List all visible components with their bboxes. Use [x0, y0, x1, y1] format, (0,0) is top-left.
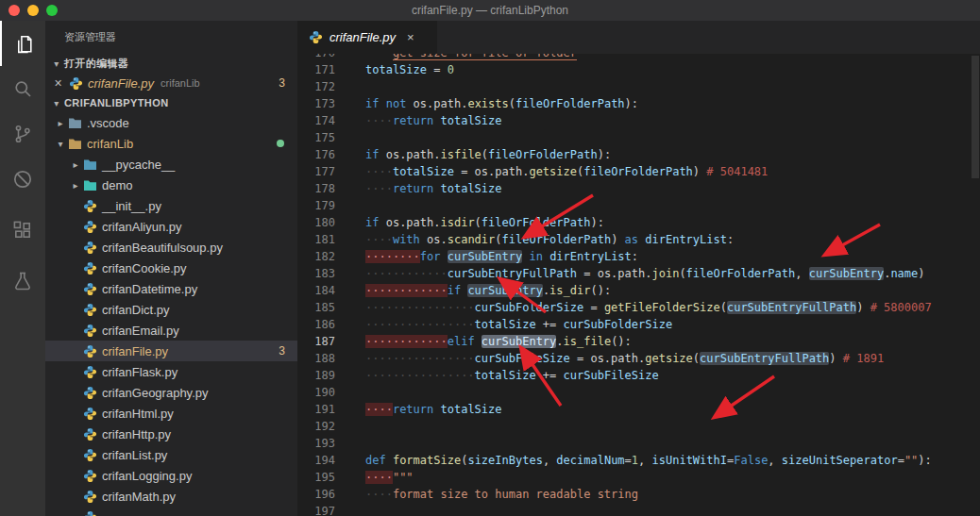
line-number-178[interactable]: 178 — [297, 180, 335, 197]
line-number-173[interactable]: 173 — [297, 95, 335, 112]
tab-crifanfile[interactable]: crifanFile.py × — [297, 21, 437, 54]
chevron-right-icon[interactable]: ▸ — [53, 118, 68, 128]
code-line-175[interactable] — [365, 129, 932, 146]
code-line-193[interactable] — [365, 435, 932, 452]
code-line-190[interactable] — [365, 384, 932, 401]
section-open-editors[interactable]: ▾ 打开的编辑器 — [45, 54, 297, 73]
code-line-194[interactable]: def formatSize(sizeInBytes, decimalNum=1… — [365, 452, 932, 469]
code-line-192[interactable] — [365, 418, 932, 435]
open-editor-item[interactable]: ✕ crifanFile.py crifanLib 3 — [45, 73, 297, 93]
code-editor[interactable]: 1701711721731741751761771781791801811821… — [297, 54, 980, 516]
code-line-182[interactable]: ········for curSubEntry in dirEntryList: — [365, 248, 932, 265]
code-line-189[interactable]: ················totalSize += curSubFileS… — [365, 367, 932, 384]
scrollbar-thumb[interactable] — [972, 56, 979, 178]
line-number-181[interactable]: 181 — [297, 231, 335, 248]
tree-item-__init__.py[interactable]: __init__.py — [45, 195, 297, 216]
tree-item-crifanLogging.py[interactable]: crifanLogging.py — [45, 465, 297, 486]
code-line-196[interactable]: ····format size to human readable string — [365, 486, 932, 503]
line-number-172[interactable]: 172 — [297, 78, 335, 95]
code-line-173[interactable]: if not os.path.exists(fileOrFolderPath): — [365, 95, 932, 112]
tree-item-crifanMath.py[interactable]: crifanMath.py — [45, 486, 297, 507]
tree-item-__pycache__[interactable]: ▸__pycache__ — [45, 154, 297, 175]
tree-item-crifanDict.py[interactable]: crifanDict.py — [45, 299, 297, 320]
chevron-down-icon[interactable]: ▾ — [49, 58, 64, 69]
tree-item-crifanDatetime.py[interactable]: crifanDatetime.py — [45, 278, 297, 299]
code-line-184[interactable]: ············if curSubEntry.is_dir(): — [365, 282, 932, 299]
code-line-177[interactable]: ····totalSize = os.path.getsize(fileOrFo… — [365, 163, 932, 180]
chevron-down-icon[interactable]: ▾ — [53, 139, 68, 149]
source-control-icon[interactable] — [0, 111, 45, 157]
line-number-177[interactable]: 177 — [297, 163, 335, 180]
code-line-180[interactable]: if os.path.isdir(fileOrFolderPath): — [365, 214, 932, 231]
tree-item-crifanHttp.py[interactable]: crifanHttp.py — [45, 424, 297, 444]
code-line-183[interactable]: ············curSubEntryFullPath = os.pat… — [365, 265, 932, 282]
tree-item-crifanFile.py[interactable]: crifanFile.py3 — [45, 341, 297, 361]
line-number-186[interactable]: 186 — [297, 316, 335, 333]
code-line-195[interactable]: ····""" — [365, 469, 932, 486]
line-number-188[interactable]: 188 — [297, 350, 335, 367]
line-number-187[interactable]: 187 — [297, 333, 335, 350]
line-number-194[interactable]: 194 — [297, 452, 335, 469]
circle-slash-icon[interactable] — [0, 157, 45, 202]
tree-item-crifanGeography.py[interactable]: crifanGeography.py — [45, 382, 297, 403]
line-number-176[interactable]: 176 — [297, 146, 335, 163]
line-number-191[interactable]: 191 — [297, 401, 335, 418]
line-number-192[interactable]: 192 — [297, 418, 335, 435]
code-line-174[interactable]: ····return totalSize — [365, 112, 932, 129]
tree-item-crifanFlask.py[interactable]: crifanFlask.py — [45, 361, 297, 382]
code-line-197[interactable] — [365, 503, 932, 516]
code-line-176[interactable]: if os.path.isfile(fileOrFolderPath): — [365, 146, 932, 163]
line-number-179[interactable]: 179 — [297, 197, 335, 214]
tree-item-demo[interactable]: ▸demo — [45, 175, 297, 195]
code-line-170[interactable]: ····get size for file or folder — [365, 54, 932, 61]
code-line-187[interactable]: ············elif curSubEntry.is_file(): — [365, 333, 932, 350]
line-number-170[interactable]: 170 — [297, 54, 335, 61]
line-number-195[interactable]: 195 — [297, 469, 335, 486]
code-line-191[interactable]: ····return totalSize — [365, 401, 932, 418]
tree-item-crifanAliyun.py[interactable]: crifanAliyun.py — [45, 216, 297, 237]
line-number-gutter[interactable]: 1701711721731741751761771781791801811821… — [297, 54, 335, 516]
line-number-185[interactable]: 185 — [297, 299, 335, 316]
chevron-right-icon[interactable]: ▸ — [68, 159, 83, 170]
tree-item-crifanList.py[interactable]: crifanList.py — [45, 444, 297, 465]
search-icon[interactable] — [0, 66, 45, 111]
code-line-172[interactable] — [365, 78, 932, 95]
tree-item-crifanCookie.py[interactable]: crifanCookie.py — [45, 258, 297, 278]
line-number-190[interactable]: 190 — [297, 384, 335, 401]
tree-item-crifanBeautifulsoup.py[interactable]: crifanBeautifulsoup.py — [45, 237, 297, 258]
test-beaker-icon[interactable] — [0, 258, 45, 304]
line-number-189[interactable]: 189 — [297, 367, 335, 384]
explorer-icon[interactable] — [0, 21, 45, 66]
section-workspace[interactable]: ▾ CRIFANLIBPYTHON — [45, 93, 297, 112]
minimize-window-button[interactable] — [27, 5, 39, 16]
line-number-180[interactable]: 180 — [297, 214, 335, 231]
code-line-185[interactable]: ················curSubFolderSize = getFi… — [365, 299, 932, 316]
code-line-171[interactable]: totalSize = 0 — [365, 61, 932, 78]
chevron-right-icon[interactable]: ▸ — [68, 180, 83, 191]
line-number-171[interactable]: 171 — [297, 61, 335, 78]
editor-scrollbar[interactable] — [971, 54, 980, 516]
tab-close-icon[interactable]: × — [407, 30, 414, 44]
line-number-197[interactable]: 197 — [297, 503, 335, 516]
line-number-175[interactable]: 175 — [297, 129, 335, 146]
line-number-193[interactable]: 193 — [297, 435, 335, 452]
tree-item-crifanLib[interactable]: ▾crifanLib — [45, 133, 297, 154]
chevron-down-icon[interactable]: ▾ — [49, 98, 64, 108]
close-icon[interactable]: ✕ — [54, 77, 69, 90]
tree-item-partial[interactable] — [45, 507, 297, 516]
line-number-184[interactable]: 184 — [297, 282, 335, 299]
zoom-window-button[interactable] — [46, 5, 58, 16]
line-number-174[interactable]: 174 — [297, 112, 335, 129]
line-number-196[interactable]: 196 — [297, 486, 335, 503]
code-line-188[interactable]: ················curSubFileSize = os.path… — [365, 350, 932, 367]
code-line-186[interactable]: ················totalSize += curSubFolde… — [365, 316, 932, 333]
tree-item-.vscode[interactable]: ▸.vscode — [45, 112, 297, 133]
extensions-icon[interactable] — [0, 208, 45, 253]
code-line-178[interactable]: ····return totalSize — [365, 180, 932, 197]
code-line-181[interactable]: ····with os.scandir(fileOrFolderPath) as… — [365, 231, 932, 248]
line-number-182[interactable]: 182 — [297, 248, 335, 265]
code-line-179[interactable] — [365, 197, 932, 214]
line-number-183[interactable]: 183 — [297, 265, 335, 282]
tree-item-crifanEmail.py[interactable]: crifanEmail.py — [45, 320, 297, 341]
tree-item-crifanHtml.py[interactable]: crifanHtml.py — [45, 403, 297, 424]
